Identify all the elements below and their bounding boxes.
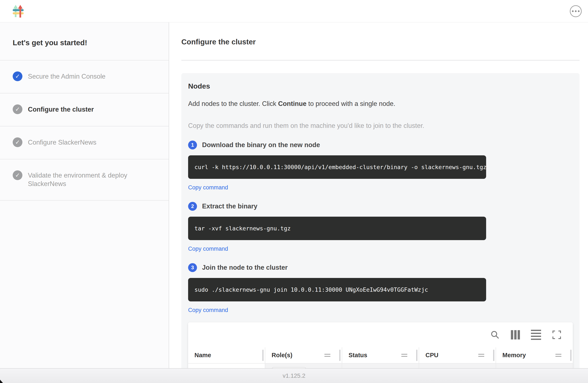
sidebar-item-configure-slackernews[interactable]: ✓ Configure SlackerNews [0, 127, 169, 159]
version-label: v1.125.2 [283, 372, 305, 379]
column-resize-handle[interactable] [416, 350, 418, 361]
nodes-heading: Nodes [188, 82, 573, 90]
sidebar-item-label: Configure the cluster [28, 105, 94, 114]
ellipsis-dot [572, 10, 574, 12]
density-icon[interactable] [531, 330, 541, 340]
cursor-artifact [0, 380, 3, 383]
column-resize-handle[interactable] [262, 350, 264, 361]
sidebar-item-label: Validate the environment & deploy Slacke… [28, 171, 140, 188]
search-icon[interactable] [490, 330, 500, 340]
column-label: Name [194, 352, 211, 359]
column-drag-handle-icon[interactable] [324, 354, 330, 357]
sidebar-item-label: Secure the Admin Console [28, 72, 105, 81]
nodes-card: Nodes Add nodes to the cluster. Click Co… [181, 73, 580, 383]
copy-command-link[interactable]: Copy command [188, 246, 228, 252]
column-label: CPU [425, 352, 438, 359]
column-header-memory[interactable]: Memory [496, 347, 573, 363]
nodes-intro-text: Add nodes to the cluster. Click Continue… [188, 100, 573, 107]
table-header-row: Name Role(s) [188, 347, 573, 363]
step-number-badge: 3 [188, 263, 197, 272]
column-drag-handle-icon[interactable] [401, 354, 407, 357]
ellipsis-dot [575, 10, 577, 12]
step-title: Download the binary on the new node [202, 141, 320, 149]
column-header-name[interactable]: Name [188, 347, 265, 363]
step-number-badge: 2 [188, 202, 197, 211]
sidebar-item-validate-deploy[interactable]: ✓ Validate the environment & deploy Slac… [0, 159, 169, 201]
command-code-block: tar -xvf slackernews-gnu.tgz [188, 217, 486, 240]
step-download-binary: 1 Download the binary on the new node cu… [188, 141, 573, 191]
check-pending-icon: ✓ [13, 170, 22, 180]
column-resize-handle[interactable] [570, 350, 571, 361]
sidebar-item-label: Configure SlackerNews [28, 138, 96, 147]
column-drag-handle-icon[interactable] [478, 354, 484, 357]
table-toolbar [188, 322, 573, 347]
check-complete-icon: ✓ [13, 71, 22, 81]
column-label: Status [349, 352, 367, 359]
main-content: Configure the cluster Nodes Add nodes to… [169, 22, 588, 368]
step-title: Extract the binary [202, 202, 257, 210]
app-header [0, 0, 588, 22]
app-window: Let's get you started! ✓ Secure the Admi… [0, 0, 588, 383]
sidebar-item-configure-cluster[interactable]: ✓ Configure the cluster [0, 93, 169, 127]
column-header-roles[interactable]: Role(s) [265, 347, 342, 363]
step-join-node: 3 Join the node to the cluster sudo ./sl… [188, 263, 573, 314]
app-footer: v1.125.2 [0, 368, 588, 383]
ellipsis-dot [578, 10, 580, 12]
copy-commands-hint: Copy the commands and run them on the ma… [188, 122, 573, 129]
slackernews-logo-icon [12, 4, 24, 18]
page-title: Configure the cluster [181, 38, 580, 46]
check-pending-icon: ✓ [13, 105, 22, 114]
column-drag-handle-icon[interactable] [555, 354, 561, 357]
column-resize-handle[interactable] [493, 350, 494, 361]
column-header-status[interactable]: Status [342, 347, 419, 363]
column-header-cpu[interactable]: CPU [419, 347, 496, 363]
column-resize-handle[interactable] [339, 350, 340, 361]
columns-icon[interactable] [511, 330, 520, 340]
check-pending-icon: ✓ [13, 137, 22, 147]
intro-prefix: Add nodes to the cluster. Click [188, 100, 278, 107]
intro-bold: Continue [278, 100, 306, 107]
step-title: Join the node to the cluster [202, 264, 288, 271]
divider [181, 60, 580, 61]
sidebar-title: Let's get you started! [0, 22, 169, 61]
step-extract-binary: 2 Extract the binary tar -xvf slackernew… [188, 202, 573, 252]
setup-sidebar: Let's get you started! ✓ Secure the Admi… [0, 22, 169, 368]
copy-command-link[interactable]: Copy command [188, 307, 228, 314]
command-code-block: curl -k https://10.0.0.11:30000/api/v1/e… [188, 155, 486, 179]
column-label: Memory [503, 352, 526, 359]
intro-suffix: to proceed with a single node. [306, 100, 396, 107]
column-label: Role(s) [272, 352, 292, 359]
fullscreen-icon[interactable] [552, 330, 561, 340]
command-code-block: sudo ./slackernews-gnu join 10.0.0.11:30… [188, 278, 486, 301]
ellipsis-menu-button[interactable] [570, 5, 582, 17]
copy-command-link[interactable]: Copy command [188, 184, 228, 191]
sidebar-item-secure-admin-console[interactable]: ✓ Secure the Admin Console [0, 61, 169, 93]
step-number-badge: 1 [188, 141, 197, 149]
